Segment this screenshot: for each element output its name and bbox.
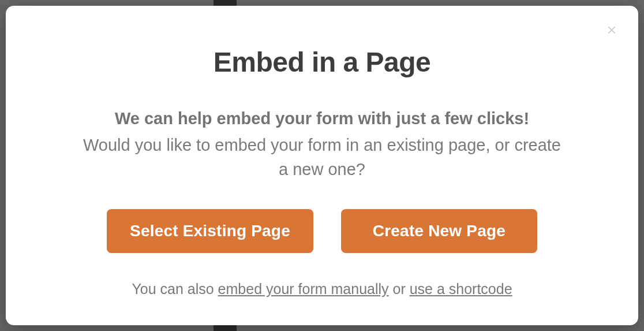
modal-sub-text: Would you like to embed your form in an …	[77, 133, 567, 181]
footer-prefix: You can also	[132, 281, 218, 297]
close-icon	[605, 24, 618, 36]
select-existing-page-button[interactable]: Select Existing Page	[107, 209, 313, 253]
modal-lead-text: We can help embed your form with just a …	[115, 107, 529, 131]
footer-text: You can also embed your form manually or…	[132, 281, 512, 297]
use-shortcode-link[interactable]: use a shortcode	[410, 281, 512, 297]
create-new-page-button[interactable]: Create New Page	[341, 209, 537, 253]
button-row: Select Existing Page Create New Page	[107, 209, 537, 253]
modal-title: Embed in a Page	[214, 46, 431, 78]
footer-middle: or	[389, 281, 410, 297]
embed-manually-link[interactable]: embed your form manually	[218, 281, 389, 297]
close-button[interactable]	[604, 22, 620, 38]
embed-modal: Embed in a Page We can help embed your f…	[6, 6, 638, 325]
